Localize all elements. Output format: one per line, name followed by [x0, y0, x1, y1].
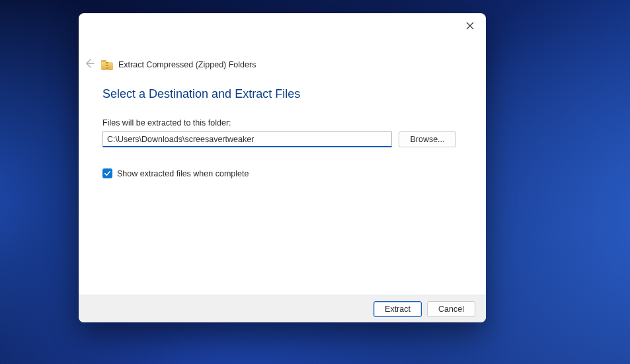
path-input-row: Browse...: [102, 131, 462, 147]
close-icon: [466, 20, 474, 32]
back-arrow-icon: [84, 58, 95, 71]
dialog-title: Extract Compressed (Zipped) Folders: [118, 60, 256, 69]
path-label: Files will be extracted to this folder:: [102, 118, 462, 127]
dialog-footer: Extract Cancel: [79, 295, 486, 322]
show-files-checkbox[interactable]: [102, 168, 112, 178]
cancel-button[interactable]: Cancel: [427, 301, 475, 317]
dialog-header: Extract Compressed (Zipped) Folders: [84, 58, 481, 71]
back-button[interactable]: [83, 58, 96, 71]
checkmark-icon: [104, 168, 111, 180]
extract-button[interactable]: Extract: [374, 301, 422, 317]
show-files-row: Show extracted files when complete: [102, 168, 462, 178]
browse-button[interactable]: Browse...: [399, 131, 456, 147]
content-heading: Select a Destination and Extract Files: [102, 87, 462, 101]
dialog-content: Select a Destination and Extract Files F…: [102, 87, 462, 178]
destination-path-input[interactable]: [102, 131, 392, 147]
close-button[interactable]: [463, 20, 477, 33]
zipped-folder-icon: [101, 60, 113, 70]
extract-dialog: Extract Compressed (Zipped) Folders Sele…: [79, 13, 486, 322]
show-files-label: Show extracted files when complete: [117, 169, 249, 178]
